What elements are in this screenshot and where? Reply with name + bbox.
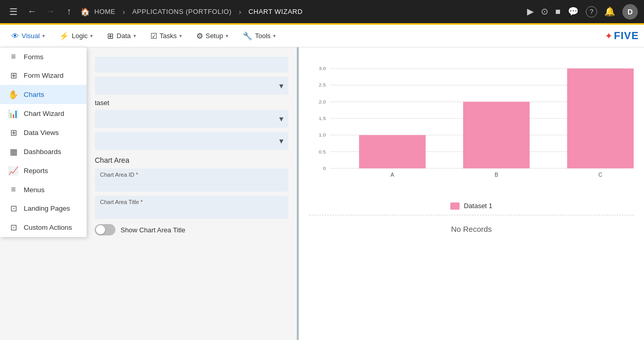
tasks-caret: ▾ xyxy=(179,33,182,39)
svg-text:2.5: 2.5 xyxy=(319,82,326,88)
dropdown-item-reports[interactable]: 📈 Reports xyxy=(0,161,87,180)
dropdown-custom-actions-label: Custom Actions xyxy=(24,224,72,231)
no-records-text: No Records xyxy=(309,215,634,243)
visual-dropdown-menu: ≡ Forms ⊞ Form Wizard ▶ ✋ Charts 📊 Chart… xyxy=(0,47,87,237)
dataset-label: taset xyxy=(95,99,289,107)
nav-tasks-label: Tasks xyxy=(160,32,177,40)
nav-data-label: Data xyxy=(116,32,130,40)
dropdown-item-data-views[interactable]: ⊞ Data Views xyxy=(0,123,87,142)
nav-tools-label: Tools xyxy=(255,32,270,40)
tools-icon: 🔧 xyxy=(243,31,252,41)
svg-text:C: C xyxy=(599,172,603,178)
chart-legend: Dataset 1 xyxy=(309,197,634,215)
chart-container: 3.0 2.5 2.0 1.5 1.0 0.5 0 A B C xyxy=(299,47,644,340)
top-bar: ☰ ← → ↑ 🏠 HOME › APPLICATIONS (PORTFOLIO… xyxy=(0,0,644,25)
chart-area-title-input[interactable] xyxy=(100,206,283,216)
visual-icon: 👁 xyxy=(11,31,19,40)
nav-logic-label: Logic xyxy=(72,32,88,40)
bell-icon[interactable]: 🔔 xyxy=(604,6,615,17)
charts-icon: ✋ xyxy=(8,90,19,99)
preview-icon[interactable]: ⊙ xyxy=(541,6,548,17)
nav-tools[interactable]: 🔧 Tools ▾ xyxy=(236,28,282,44)
breadcrumb-home[interactable]: HOME xyxy=(94,8,115,15)
chart-area-section-title: Chart Area xyxy=(95,156,289,164)
top-input-field[interactable] xyxy=(95,57,289,73)
bar-b xyxy=(463,102,530,168)
left-panel: ▾ taset ▾ ▾ Chart Area Chart Area ID * C… xyxy=(87,47,297,340)
form-wizard-icon: ⊞ xyxy=(8,71,19,80)
main-layout: ≡ Forms ⊞ Form Wizard ▶ ✋ Charts 📊 Chart… xyxy=(0,47,644,340)
dropdown-form-wizard-label: Form Wizard xyxy=(24,72,63,79)
chat-icon[interactable]: 💬 xyxy=(568,6,579,17)
chart-wizard-icon: 📊 xyxy=(8,109,19,118)
dropdown-item-chart-wizard[interactable]: 📊 Chart Wizard xyxy=(0,104,87,123)
nav-setup[interactable]: ⚙ Setup ▾ xyxy=(190,28,234,44)
play-icon[interactable]: ▶ xyxy=(527,6,534,17)
bar-a xyxy=(359,135,426,168)
show-chart-area-title-row: Show Chart Area Title xyxy=(95,224,289,235)
chart-area-title-label: Chart Area Title * xyxy=(100,199,283,205)
data-icon: ⊞ xyxy=(107,31,114,41)
menu-icon[interactable]: ☰ xyxy=(6,6,21,18)
select3[interactable]: ▾ xyxy=(95,132,289,150)
data-caret: ▾ xyxy=(133,33,136,39)
chart-area-id-field[interactable]: Chart Area ID * xyxy=(95,168,289,192)
dropdown-item-dashboards[interactable]: ▦ Dashboards xyxy=(0,142,87,161)
select2[interactable]: ▾ xyxy=(95,110,289,128)
logo-text: FIVE xyxy=(614,30,639,42)
dropdown-charts-label: Charts xyxy=(24,91,44,98)
nav-logic[interactable]: ⚡ Logic ▾ xyxy=(53,28,99,44)
up-icon[interactable]: ↑ xyxy=(62,6,76,17)
dropdown-chart-wizard-label: Chart Wizard xyxy=(24,110,64,117)
stop-icon[interactable]: ■ xyxy=(555,7,561,17)
dropdown-item-menus[interactable]: ≡ Menus xyxy=(0,180,87,199)
logic-icon: ⚡ xyxy=(59,31,69,41)
dropdown-dashboards-label: Dashboards xyxy=(24,148,61,156)
setup-caret: ▾ xyxy=(226,33,228,39)
chart-area-title-field[interactable]: Chart Area Title * xyxy=(95,196,289,219)
show-chart-area-title-label: Show Chart Area Title xyxy=(121,226,185,234)
select1[interactable]: ▾ xyxy=(95,77,289,95)
dropdown-item-landing-pages[interactable]: ⊡ Landing Pages xyxy=(0,199,87,218)
tools-caret: ▾ xyxy=(273,33,276,39)
bar-c xyxy=(567,69,634,168)
dropdown-item-custom-actions[interactable]: ⊡ Custom Actions xyxy=(0,218,87,237)
svg-text:1.0: 1.0 xyxy=(319,132,326,138)
dropdown-menus-label: Menus xyxy=(24,186,45,194)
visual-caret: ▾ xyxy=(42,33,45,39)
nav-visual-label: Visual xyxy=(22,32,40,40)
dropdown-item-forms[interactable]: ≡ Forms xyxy=(0,47,87,66)
nav-setup-label: Setup xyxy=(206,32,223,40)
nav-data[interactable]: ⊞ Data ▾ xyxy=(101,28,142,44)
svg-text:1.5: 1.5 xyxy=(319,115,326,121)
user-avatar[interactable]: D xyxy=(622,4,638,20)
menus-icon: ≡ xyxy=(8,185,19,194)
breadcrumb-portfolio[interactable]: APPLICATIONS (PORTFOLIO) xyxy=(132,8,232,15)
dropdown-forms-label: Forms xyxy=(24,53,43,61)
help-icon[interactable]: ? xyxy=(586,6,597,18)
custom-actions-icon: ⊡ xyxy=(8,223,19,232)
nav-tasks[interactable]: ☑ Tasks ▾ xyxy=(144,28,188,44)
dropdown-item-charts[interactable]: ▶ ✋ Charts xyxy=(0,85,87,104)
show-chart-area-title-toggle[interactable] xyxy=(95,224,115,235)
dropdown-reports-label: Reports xyxy=(24,167,48,175)
nav-visual[interactable]: 👁 Visual ▾ xyxy=(5,28,51,43)
chart-area-id-input[interactable] xyxy=(100,179,283,189)
legend-label: Dataset 1 xyxy=(464,202,493,210)
svg-text:2.0: 2.0 xyxy=(319,99,326,105)
dashboards-icon: ▦ xyxy=(8,147,19,157)
top-input[interactable] xyxy=(100,60,283,70)
logic-caret: ▾ xyxy=(90,33,93,39)
breadcrumb-sep1: › xyxy=(123,8,125,16)
dropdown-item-form-wizard[interactable]: ⊞ Form Wizard xyxy=(0,66,87,85)
top-bar-actions: ▶ ⊙ ■ 💬 ? 🔔 D xyxy=(527,4,638,20)
select1-arrow-icon: ▾ xyxy=(279,81,283,91)
back-icon[interactable]: ← xyxy=(25,6,39,17)
data-views-icon: ⊞ xyxy=(8,128,19,138)
setup-icon: ⚙ xyxy=(196,31,203,41)
fwd-icon[interactable]: → xyxy=(43,6,58,17)
reports-icon: 📈 xyxy=(8,166,19,176)
svg-text:A: A xyxy=(391,172,394,178)
right-panel: 3.0 2.5 2.0 1.5 1.0 0.5 0 A B C xyxy=(299,47,644,340)
tasks-icon: ☑ xyxy=(150,31,157,41)
